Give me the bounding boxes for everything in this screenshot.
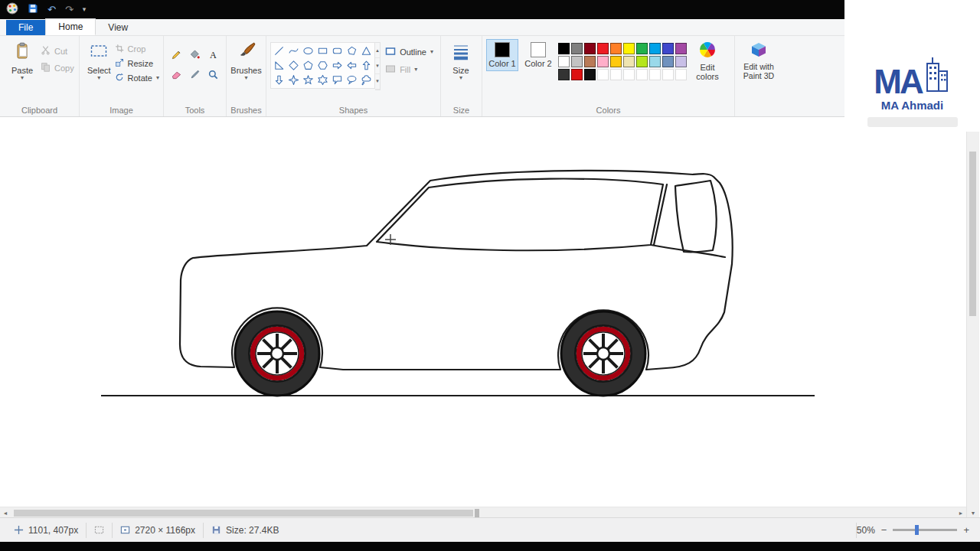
shape-callout-oval-icon[interactable] [345,73,359,87]
save-button[interactable] [28,3,38,17]
scroll-left-icon[interactable]: ◄ [0,510,11,516]
eraser-icon[interactable] [168,65,185,83]
color-swatch[interactable] [558,69,570,80]
palette-row-3 [558,69,687,80]
shape-pentagon-icon[interactable] [301,58,315,73]
shape-polygon-icon[interactable] [345,44,359,58]
color2-button[interactable]: Color 2 [522,39,554,71]
shape-rounded-rectangle-icon[interactable] [330,44,345,58]
redo-button[interactable]: ↷ [65,5,74,15]
shape-arrow-right-icon[interactable] [330,58,345,73]
brushes-button[interactable]: Brushes ▾ [230,39,262,81]
shape-callout-cloud-icon[interactable] [359,73,374,87]
rotate-button[interactable]: Rotate ▾ [115,73,159,83]
color-swatch[interactable] [597,43,609,54]
color-swatch[interactable] [558,56,570,67]
cut-icon [41,45,51,57]
color-swatch[interactable] [584,43,596,54]
empty-color-swatch[interactable] [610,69,622,80]
gallery-down-icon[interactable]: ▾ [375,58,380,73]
quick-access-dropdown[interactable]: ▾ [83,6,87,13]
color-swatch[interactable] [649,43,661,54]
gallery-up-icon[interactable]: ▴ [375,43,380,58]
tab-view[interactable]: View [96,20,140,35]
zoom-slider-thumb[interactable] [915,525,919,535]
shape-callout-rectangle-icon[interactable] [330,73,345,87]
color-swatch[interactable] [623,56,635,67]
select-button[interactable]: Select ▾ [83,39,115,81]
zoom-out-button[interactable]: − [881,524,887,536]
color-swatch[interactable] [636,43,648,54]
crop-button[interactable]: Crop [115,44,159,54]
fill-icon[interactable] [186,45,203,64]
color-swatch[interactable] [584,69,596,80]
size-button[interactable]: Size ▾ [445,39,477,81]
brush-icon [237,41,256,66]
empty-color-swatch[interactable] [636,69,648,80]
color-swatch[interactable] [571,56,583,67]
resize-label: Resize [128,59,154,68]
color-swatch[interactable] [584,56,596,67]
color-swatch[interactable] [597,56,609,67]
horizontal-scrollbar[interactable]: ◄ ► [0,507,966,518]
shape-arrow-up-icon[interactable] [359,58,374,73]
shape-diamond-icon[interactable] [286,58,301,73]
zoom-in-button[interactable]: + [963,524,969,536]
text-icon[interactable]: A [204,45,221,64]
zoom-slider[interactable] [893,529,957,531]
shape-line-icon[interactable] [272,44,286,58]
color-swatch[interactable] [675,56,687,67]
copy-button[interactable]: Copy [41,62,74,73]
edit-with-paint3d-button[interactable]: Edit with Paint 3D [739,39,779,80]
horizontal-scroll-thumb[interactable] [14,510,473,517]
color-swatch[interactable] [571,69,583,80]
empty-color-swatch[interactable] [662,69,674,80]
ribbon: Paste ▾ Cut [0,36,980,117]
shape-oval-icon[interactable] [301,44,315,58]
undo-button[interactable]: ↶ [47,5,56,15]
magnifier-icon[interactable] [204,65,221,83]
shape-arrow-down-icon[interactable] [272,73,286,87]
gallery-more-icon[interactable]: ▾ [375,74,380,90]
color-picker-icon[interactable] [186,65,203,83]
empty-color-swatch[interactable] [623,69,635,80]
shape-curve-icon[interactable] [286,44,301,58]
color-swatch[interactable] [662,56,674,67]
color1-button[interactable]: Color 1 [486,39,518,71]
cut-button[interactable]: Cut [41,45,74,57]
color-swatch[interactable] [662,43,674,54]
shape-hexagon-icon[interactable] [315,58,330,73]
shape-star-5-icon[interactable] [301,73,315,87]
scroll-right-icon[interactable]: ► [956,510,966,516]
empty-color-swatch[interactable] [675,69,687,80]
color-swatch[interactable] [636,56,648,67]
vertical-scrollbar[interactable]: ▲ ▼ [966,117,979,517]
color-swatch[interactable] [571,43,583,54]
shape-triangle-icon[interactable] [359,44,374,58]
shape-rectangle-icon[interactable] [315,44,330,58]
fill-button[interactable]: Fill ▾ [385,64,433,75]
paste-icon [13,41,31,66]
tab-file[interactable]: File [6,20,45,35]
shape-star-4-icon[interactable] [286,73,301,87]
drawing-canvas[interactable] [0,117,966,507]
paste-button[interactable]: Paste ▾ [4,39,41,81]
color-swatch[interactable] [649,56,661,67]
color-swatch[interactable] [675,43,687,54]
shape-star-6-icon[interactable] [315,73,330,87]
color-swatch[interactable] [623,43,635,54]
shape-arrow-left-icon[interactable] [345,58,359,73]
scroll-down-icon[interactable]: ▼ [967,510,979,516]
color-swatch[interactable] [610,56,622,67]
vertical-scroll-thumb[interactable] [969,152,976,316]
resize-button[interactable]: Resize [115,58,159,69]
empty-color-swatch[interactable] [597,69,609,80]
color-swatch[interactable] [558,43,570,54]
color-swatch[interactable] [610,43,622,54]
empty-color-swatch[interactable] [649,69,661,80]
outline-button[interactable]: Outline ▾ [385,47,433,57]
pencil-icon[interactable] [168,45,185,64]
tab-home[interactable]: Home [45,18,96,35]
shape-right-triangle-icon[interactable] [272,58,286,73]
edit-colors-button[interactable]: Edit colors [691,39,724,82]
